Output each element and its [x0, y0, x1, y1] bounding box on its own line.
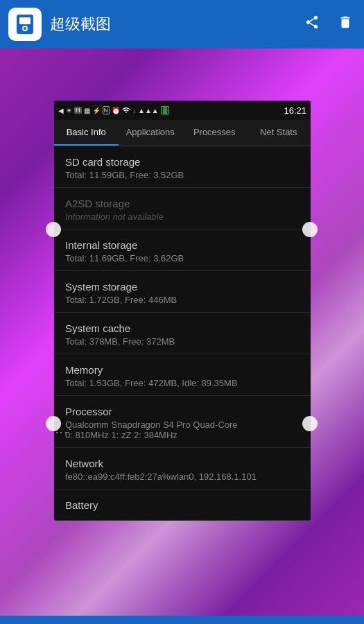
- content-area: SD card storage Total: 11.59GB, Free: 3.…: [54, 146, 311, 521]
- battery-section: Battery: [54, 489, 311, 521]
- battery-icon: ▓: [161, 106, 170, 114]
- app-title: 超级截图: [50, 14, 302, 35]
- system-cache-section: System cache Total: 378MB, Free: 372MB: [54, 313, 311, 354]
- sd-card-title: SD card storage: [65, 156, 300, 168]
- grid-icon: ▦: [84, 107, 90, 114]
- system-storage-section: System storage Total: 1.72GB, Free: 446M…: [54, 271, 311, 313]
- tab-applications[interactable]: Applications: [119, 120, 183, 146]
- a2sd-value: Information not available: [65, 211, 300, 222]
- memory-title: Memory: [65, 364, 300, 376]
- alarm-icon: ⏰: [112, 107, 120, 114]
- share-button[interactable]: [302, 12, 322, 37]
- wifi-icon: [122, 106, 130, 114]
- usb-icon: ⚡: [92, 107, 101, 114]
- system-cache-title: System cache: [65, 322, 300, 334]
- processor-value: Qualcomm Snapdragon S4 Pro Quad-Core 0: …: [65, 419, 300, 440]
- memory-value: Total: 1.53GB, Free: 472MB, Idle: 89.35M…: [65, 378, 300, 388]
- back-icon: ◀: [58, 107, 64, 114]
- app-icon: [8, 8, 42, 41]
- signal-bars-icon: ▲▲▲: [138, 107, 159, 114]
- network-section: Network fe80::ea99:c4ff:feb2:27a%wlan0, …: [54, 448, 311, 489]
- svg-point-3: [24, 27, 26, 30]
- a2sd-title: A2SD storage: [65, 198, 300, 209]
- internal-title: Internal storage: [65, 239, 300, 251]
- internal-value: Total: 11.69GB, Free: 3.62GB: [65, 253, 300, 263]
- phone-frame: ◀ ☀ H ▦ ⚡ N ⏰ ↓ ▲▲▲ ▓ 16:21 Basic Info A…: [54, 101, 311, 521]
- app-bar: 超级截图: [0, 0, 364, 49]
- status-bar: ◀ ☀ H ▦ ⚡ N ⏰ ↓ ▲▲▲ ▓ 16:21: [54, 101, 311, 120]
- system-storage-title: System storage: [65, 281, 300, 293]
- crop-handle-br: [302, 416, 318, 431]
- system-cache-value: Total: 378MB, Free: 372MB: [65, 336, 300, 347]
- memory-section: Memory Total: 1.53GB, Free: 472MB, Idle:…: [54, 354, 311, 396]
- app-bar-actions: [302, 12, 356, 37]
- crop-handle-bl: [46, 416, 61, 431]
- tab-basic-info[interactable]: Basic Info: [54, 120, 119, 146]
- battery-title: Battery: [65, 499, 300, 511]
- internal-storage-section: Internal storage Total: 11.69GB, Free: 3…: [54, 229, 311, 271]
- crop-handle-tr: [302, 222, 318, 237]
- bottom-bar: [0, 616, 364, 624]
- signal-h-icon: H: [74, 107, 82, 114]
- processor-title: Processor: [65, 406, 300, 417]
- network-title: Network: [65, 458, 300, 469]
- download-icon: ↓: [132, 107, 136, 114]
- trash-button[interactable]: [335, 12, 356, 37]
- tab-net-stats[interactable]: Net Stats: [247, 120, 311, 146]
- brightness-icon: ☀: [66, 107, 72, 114]
- nfc-icon: N: [103, 106, 110, 114]
- sd-card-section: SD card storage Total: 11.59GB, Free: 3.…: [54, 146, 311, 188]
- system-storage-value: Total: 1.72GB, Free: 446MB: [65, 295, 300, 305]
- svg-rect-1: [19, 17, 31, 24]
- sd-card-value: Total: 11.59GB, Free: 3.52GB: [65, 170, 300, 180]
- a2sd-section: A2SD storage Information not available: [54, 188, 311, 229]
- tab-bar: Basic Info Applications Processes Net St…: [54, 120, 311, 146]
- crop-handle-tl: [46, 222, 61, 237]
- status-bar-left: ◀ ☀ H ▦ ⚡ N ⏰ ↓ ▲▲▲ ▓: [58, 106, 284, 114]
- tab-processes[interactable]: Processes: [182, 120, 247, 146]
- network-value: fe80::ea99:c4ff:feb2:27a%wlan0, 192.168.…: [65, 471, 300, 482]
- status-time: 16:21: [284, 105, 306, 116]
- processor-section: Processor Qualcomm Snapdragon S4 Pro Qua…: [54, 396, 311, 448]
